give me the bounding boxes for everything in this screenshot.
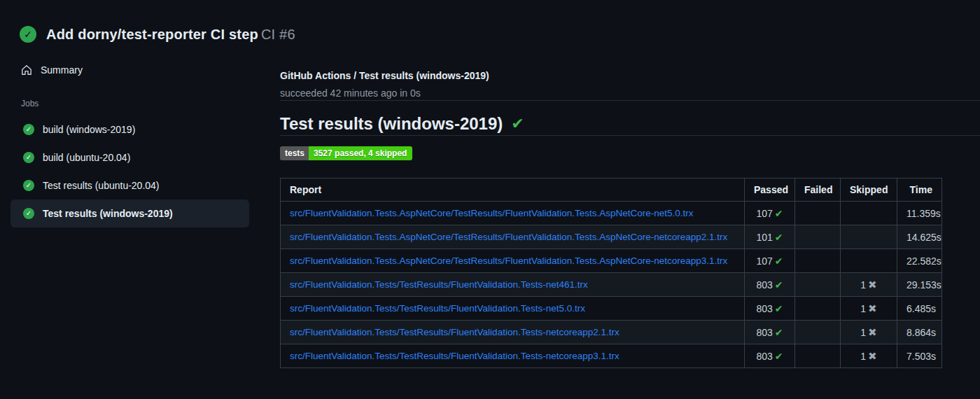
skipped-cell: 1✖ [841, 297, 897, 321]
time-cell: 29.153s [897, 273, 942, 297]
sidebar-item-job-1[interactable]: ✓build (ubuntu-20.04) [10, 144, 249, 172]
passed-cell: 803✔ [745, 297, 795, 321]
passed-cell: 107✔ [745, 202, 795, 225]
sidebar-item-job-2[interactable]: ✓Test results (ubuntu-20.04) [10, 172, 249, 200]
tests-badge: tests 3527 passed, 4 skipped [280, 146, 412, 160]
check-run-status: succeeded 42 minutes ago in 0s [280, 86, 980, 100]
badge-value: 3527 passed, 4 skipped [309, 146, 412, 160]
body-layout: Summary Jobs ✓build (windows-2019)✓build… [0, 49, 980, 368]
run-success-check-icon: ✓ [20, 26, 36, 43]
skipped-cell: 1✖ [841, 321, 897, 344]
failed-cell [795, 273, 841, 297]
page-title: Add dorny/test-reporter CI stepCI #6 [46, 27, 295, 43]
run-number: CI #6 [261, 27, 295, 42]
passed-check-icon: ✔ [775, 279, 783, 290]
report-cell: src/FluentValidation.Tests.AspNetCore/Te… [281, 249, 745, 273]
time-cell: 22.582s [897, 249, 942, 273]
check-header: GitHub Actions / Test results (windows-2… [280, 69, 980, 100]
table-body: src/FluentValidation.Tests.AspNetCore/Te… [281, 202, 942, 368]
failed-cell [795, 321, 841, 344]
passed-check-icon: ✔ [775, 232, 783, 243]
passed-count: 803 [756, 279, 772, 290]
report-link[interactable]: src/FluentValidation.Tests/TestResults/F… [290, 303, 585, 314]
skipped-x-icon: ✖ [868, 350, 877, 362]
test-results-table: ReportPassedFailedSkippedTime src/Fluent… [280, 178, 942, 368]
table-header-row: ReportPassedFailedSkippedTime [281, 178, 942, 202]
skipped-cell [841, 249, 897, 273]
job-label: build (windows-2019) [43, 124, 135, 135]
skipped-cell [841, 225, 897, 249]
passed-check-icon: ✔ [775, 327, 783, 338]
sidebar-item-job-3[interactable]: ✓Test results (windows-2019) [10, 200, 249, 227]
skipped-count: 1 [860, 327, 866, 338]
column-header-time: Time [897, 178, 942, 202]
table-row: src/FluentValidation.Tests.AspNetCore/Te… [281, 249, 942, 273]
failed-cell [795, 297, 841, 321]
report-cell: src/FluentValidation.Tests/TestResults/F… [281, 344, 745, 368]
passed-check-icon: ✔ [775, 303, 783, 314]
passed-cell: 107✔ [745, 249, 795, 273]
heading-success-check-icon: ✔ [511, 113, 524, 135]
report-cell: src/FluentValidation.Tests/TestResults/F… [281, 321, 745, 344]
time-cell: 7.503s [897, 344, 942, 368]
report-link[interactable]: src/FluentValidation.Tests/TestResults/F… [290, 279, 588, 290]
skipped-cell [841, 202, 897, 225]
main-content: GitHub Actions / Test results (windows-2… [259, 49, 980, 368]
report-link[interactable]: src/FluentValidation.Tests.AspNetCore/Te… [290, 208, 694, 218]
report-cell: src/FluentValidation.Tests/TestResults/F… [281, 273, 745, 297]
section-heading-text: Test results (windows-2019) [280, 113, 503, 135]
job-label: Test results (windows-2019) [43, 208, 173, 219]
report-cell: src/FluentValidation.Tests.AspNetCore/Te… [281, 202, 745, 225]
run-header: ✓ Add dorny/test-reporter CI stepCI #6 [0, 0, 980, 49]
failed-cell [795, 344, 841, 368]
report-link[interactable]: src/FluentValidation.Tests/TestResults/F… [290, 327, 620, 337]
table-row: src/FluentValidation.Tests/TestResults/F… [281, 273, 942, 297]
report-cell: src/FluentValidation.Tests/TestResults/F… [281, 297, 745, 321]
passed-count: 803 [756, 351, 772, 362]
table-row: src/FluentValidation.Tests/TestResults/F… [281, 297, 942, 321]
failed-cell [795, 249, 841, 273]
passed-count: 101 [756, 232, 772, 243]
time-cell: 14.625s [897, 225, 942, 249]
passed-cell: 803✔ [745, 273, 795, 297]
passed-cell: 803✔ [745, 321, 795, 344]
failed-cell [795, 202, 841, 225]
job-label: Test results (ubuntu-20.04) [43, 180, 160, 191]
report-link[interactable]: src/FluentValidation.Tests/TestResults/F… [290, 351, 620, 361]
skipped-cell: 1✖ [841, 344, 897, 368]
time-cell: 11.359s [897, 202, 942, 225]
time-cell: 8.864s [897, 321, 942, 344]
sidebar-summary-label: Summary [41, 64, 83, 76]
skipped-count: 1 [860, 279, 866, 290]
skipped-count: 1 [860, 303, 866, 314]
jobs-section-label: Jobs [21, 99, 249, 108]
passed-cell: 101✔ [745, 225, 795, 249]
report-link[interactable]: src/FluentValidation.Tests.AspNetCore/Te… [290, 255, 727, 266]
time-cell: 6.485s [897, 297, 942, 321]
divider-top [280, 100, 980, 101]
report-cell: src/FluentValidation.Tests.AspNetCore/Te… [281, 225, 745, 249]
column-header-failed: Failed [795, 178, 841, 202]
skipped-x-icon: ✖ [868, 326, 877, 338]
check-run-title: GitHub Actions / Test results (windows-2… [280, 69, 980, 83]
job-success-check-icon: ✓ [23, 124, 34, 135]
job-success-check-icon: ✓ [23, 152, 34, 163]
sidebar-item-summary[interactable]: Summary [10, 61, 249, 79]
divider-heading [280, 135, 980, 136]
passed-check-icon: ✔ [775, 208, 783, 219]
job-success-check-icon: ✓ [23, 208, 34, 219]
jobs-sidebar: Summary Jobs ✓build (windows-2019)✓build… [0, 49, 259, 227]
passed-check-icon: ✔ [775, 255, 783, 267]
job-label: build (ubuntu-20.04) [43, 152, 130, 163]
table-row: src/FluentValidation.Tests/TestResults/F… [281, 321, 942, 344]
passed-check-icon: ✔ [775, 351, 783, 362]
passed-count: 107 [756, 208, 772, 219]
passed-count: 803 [756, 327, 772, 338]
sidebar-item-job-0[interactable]: ✓build (windows-2019) [10, 115, 249, 144]
passed-count: 107 [756, 255, 772, 267]
check-run-page: ✓ Add dorny/test-reporter CI stepCI #6 S… [0, 0, 980, 399]
table-row: src/FluentValidation.Tests.AspNetCore/Te… [281, 225, 942, 249]
failed-cell [795, 225, 841, 249]
report-link[interactable]: src/FluentValidation.Tests.AspNetCore/Te… [290, 232, 727, 242]
skipped-count: 1 [860, 351, 866, 362]
